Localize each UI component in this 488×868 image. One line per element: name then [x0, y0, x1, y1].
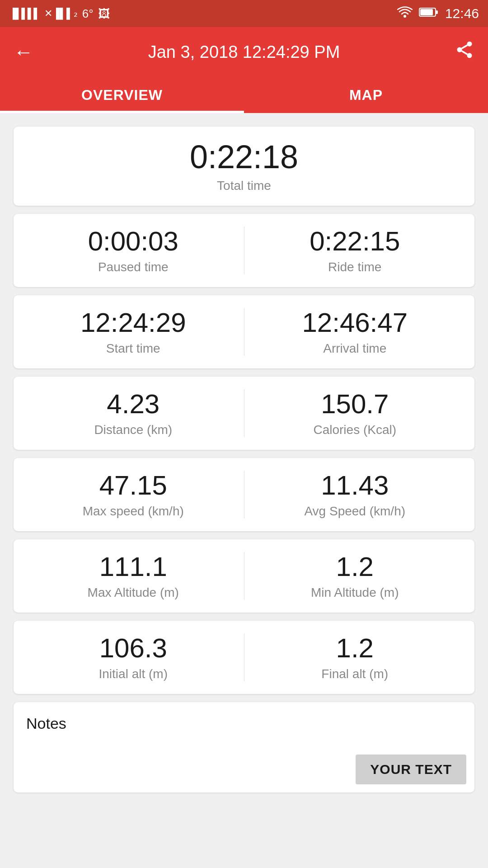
initial-final-alt-card: 106.3 Initial alt (m) 1.2 Final alt (m) — [14, 621, 474, 694]
svg-rect-2 — [436, 10, 438, 14]
speed-card: 47.15 Max speed (km/h) 11.43 Avg Speed (… — [14, 458, 474, 531]
max-altitude-section: 111.1 Max Altitude (m) — [23, 552, 244, 600]
back-button[interactable]: ← — [14, 41, 33, 63]
arrival-time-section: 12:46:47 Arrival time — [244, 308, 466, 356]
temperature: 6° — [82, 7, 94, 21]
svg-line-7 — [462, 51, 468, 54]
start-time-label: Start time — [106, 341, 160, 356]
gallery-icon: 🖼 — [98, 7, 110, 21]
status-left: ▐▌▌▌▌ ✕▐▌▌₂ 6° 🖼 — [9, 7, 110, 21]
paused-time-section: 0:00:03 Paused time — [23, 226, 244, 274]
svg-rect-3 — [420, 9, 433, 15]
total-time-value: 0:22:18 — [190, 139, 298, 175]
avg-speed-label: Avg Speed (km/h) — [304, 504, 405, 519]
total-time-label: Total time — [217, 179, 271, 193]
distance-value: 4.23 — [107, 389, 160, 419]
calories-section: 150.7 Calories (Kcal) — [244, 389, 466, 437]
calories-value: 150.7 — [321, 389, 389, 419]
notes-title: Notes — [26, 715, 66, 732]
ride-time-section: 0:22:15 Ride time — [244, 226, 466, 274]
share-button[interactable] — [455, 40, 474, 64]
min-altitude-label: Min Altitude (m) — [311, 585, 399, 600]
max-speed-value: 47.15 — [99, 471, 167, 500]
ride-time-value: 0:22:15 — [310, 226, 400, 256]
svg-point-5 — [457, 47, 462, 52]
paused-ride-card: 0:00:03 Paused time 0:22:15 Ride time — [14, 214, 474, 287]
times-card: 12:24:29 Start time 12:46:47 Arrival tim… — [14, 295, 474, 368]
final-alt-section: 1.2 Final alt (m) — [244, 633, 466, 681]
min-altitude-value: 1.2 — [336, 552, 374, 582]
distance-section: 4.23 Distance (km) — [23, 389, 244, 437]
header: ← Jan 3, 2018 12:24:29 PM — [0, 27, 488, 77]
battery-icon — [419, 7, 439, 21]
signal-icon: ▐▌▌▌▌ — [9, 8, 40, 19]
your-text-button[interactable]: YOUR TEXT — [356, 755, 466, 784]
avg-speed-value: 11.43 — [321, 471, 389, 500]
calories-label: Calories (Kcal) — [313, 423, 396, 437]
final-alt-label: Final alt (m) — [321, 667, 388, 681]
start-time-value: 12:24:29 — [80, 308, 186, 338]
arrival-time-label: Arrival time — [323, 341, 386, 356]
distance-label: Distance (km) — [94, 423, 172, 437]
arrival-time-value: 12:46:47 — [302, 308, 408, 338]
status-bar: ▐▌▌▌▌ ✕▐▌▌₂ 6° 🖼 12:46 — [0, 0, 488, 27]
notes-card: Notes YOUR TEXT — [14, 702, 474, 793]
avg-speed-section: 11.43 Avg Speed (km/h) — [244, 471, 466, 519]
svg-point-0 — [404, 15, 406, 18]
total-time-card: 0:22:18 Total time — [14, 127, 474, 206]
paused-time-value: 0:00:03 — [88, 226, 178, 256]
max-altitude-value: 111.1 — [99, 552, 167, 582]
paused-time-label: Paused time — [98, 260, 169, 274]
status-right: 12:46 — [397, 6, 479, 21]
ride-time-label: Ride time — [328, 260, 381, 274]
svg-line-8 — [462, 45, 468, 48]
max-speed-label: Max speed (km/h) — [83, 504, 184, 519]
max-altitude-label: Max Altitude (m) — [88, 585, 179, 600]
tab-map[interactable]: MAP — [244, 77, 488, 113]
min-altitude-section: 1.2 Min Altitude (m) — [244, 552, 466, 600]
altitude-card: 111.1 Max Altitude (m) 1.2 Min Altitude … — [14, 539, 474, 613]
svg-point-6 — [467, 53, 472, 58]
initial-alt-value: 106.3 — [99, 633, 167, 663]
start-time-section: 12:24:29 Start time — [23, 308, 244, 356]
distance-calories-card: 4.23 Distance (km) 150.7 Calories (Kcal) — [14, 377, 474, 450]
wifi-icon — [397, 6, 413, 21]
max-speed-section: 47.15 Max speed (km/h) — [23, 471, 244, 519]
tabs-bar: OVERVIEW MAP — [0, 77, 488, 113]
initial-alt-section: 106.3 Initial alt (m) — [23, 633, 244, 681]
final-alt-value: 1.2 — [336, 633, 374, 663]
initial-alt-label: Initial alt (m) — [99, 667, 168, 681]
stats-content: 0:22:18 Total time 0:00:03 Paused time 0… — [0, 113, 488, 802]
header-title: Jan 3, 2018 12:24:29 PM — [33, 42, 455, 62]
cross-signal-icon: ✕▐▌▌₂ — [44, 8, 78, 19]
clock: 12:46 — [445, 6, 479, 21]
tab-overview[interactable]: OVERVIEW — [0, 77, 244, 113]
svg-point-4 — [467, 42, 472, 47]
